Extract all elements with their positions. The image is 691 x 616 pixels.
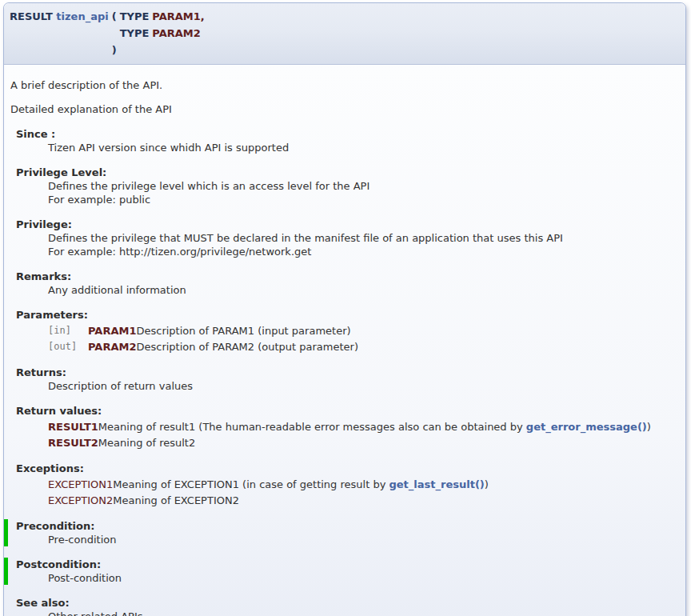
brief-description: A brief description of the API. [10, 78, 679, 92]
param-row: [out] PARAM2 Description of PARAM2 (outp… [48, 338, 358, 354]
section-remarks: Remarks: Any additional information [7, 270, 679, 297]
section-returns: Returns: Description of return values [7, 366, 679, 393]
section-postcondition: Postcondition: Post-condition [4, 558, 679, 585]
return-value-row: RESULT1 Meaning of result1 (The human-re… [48, 418, 651, 434]
section-text: Defines the privilege that MUST be decla… [48, 231, 679, 245]
exception-description: Meaning of EXCEPTION1 (in case of gettin… [113, 476, 489, 492]
section-text: Post-condition [48, 571, 679, 585]
section-title: Since : [16, 127, 679, 141]
section-see-also: See also: Other related APIs [7, 596, 679, 616]
return-values-table: RESULT1 Meaning of result1 (The human-re… [48, 418, 651, 450]
return-value-description: Meaning of result1 (The human-readable e… [98, 418, 651, 434]
return-type: RESULT [10, 10, 53, 22]
section-title: Return values: [16, 404, 679, 418]
param-description: Description of PARAM1 (input parameter) [136, 322, 358, 338]
api-doc-card: RESULT tizen_api ( TYPE PARAM1, TYPE PAR… [3, 2, 686, 616]
section-text: Any additional information [48, 283, 679, 297]
function-prototype: RESULT tizen_api ( TYPE PARAM1, TYPE PAR… [4, 3, 685, 65]
section-text: Other related APIs [48, 610, 679, 616]
doc-body: A brief description of the API. Detailed… [4, 65, 685, 616]
get-error-message-link[interactable]: get_error_message() [526, 421, 647, 433]
return-value-name: RESULT2 [48, 434, 98, 450]
close-paren: ) [110, 42, 118, 58]
section-privilege: Privilege: Defines the privilege that MU… [7, 218, 679, 258]
detailed-description: Detailed explanation of the API [10, 102, 679, 116]
section-title: Privilege Level: [16, 166, 679, 179]
section-title: Privilege: [16, 218, 679, 231]
exception-row: EXCEPTION2 Meaning of EXCEPTION2 [48, 492, 489, 508]
open-paren: ( [110, 8, 118, 25]
param-name: PARAM1 [88, 322, 136, 338]
param-name: PARAM2 [88, 338, 136, 354]
section-privilege-level: Privilege Level: Defines the privilege l… [7, 166, 679, 206]
return-value-name: RESULT1 [48, 418, 98, 434]
exception-row: EXCEPTION1 Meaning of EXCEPTION1 (in cas… [48, 476, 489, 492]
section-title: Remarks: [16, 270, 679, 283]
section-text: For example: http://tizen.org/privilege/… [48, 245, 679, 258]
section-exceptions: Exceptions: EXCEPTION1 Meaning of EXCEPT… [7, 462, 679, 508]
param-description: Description of PARAM2 (output parameter) [136, 338, 358, 354]
exceptions-table: EXCEPTION1 Meaning of EXCEPTION1 (in cas… [48, 476, 489, 508]
exception-name: EXCEPTION1 [48, 476, 113, 492]
param-row: [in] PARAM1 Description of PARAM1 (input… [48, 322, 358, 338]
get-last-result-link[interactable]: get_last_result() [389, 478, 484, 490]
section-title: Parameters: [16, 308, 679, 322]
return-value-row: RESULT2 Meaning of result2 [48, 434, 651, 450]
param-type: TYPE [118, 8, 151, 25]
section-title: Postcondition: [16, 558, 679, 571]
prototype-table: RESULT tizen_api ( TYPE PARAM1, TYPE PAR… [8, 8, 206, 58]
section-title: Exceptions: [16, 462, 679, 475]
section-text: For example: public [48, 193, 679, 206]
param-direction: [out] [48, 338, 88, 354]
section-parameters: Parameters: [in] PARAM1 Description of P… [7, 308, 679, 354]
param-name: PARAM2 [150, 25, 206, 42]
section-title: Precondition: [16, 519, 679, 533]
param-type: TYPE [118, 25, 151, 42]
exception-description: Meaning of EXCEPTION2 [113, 492, 489, 508]
exception-name: EXCEPTION2 [48, 492, 113, 508]
section-precondition: Precondition: Pre-condition [4, 519, 679, 546]
function-name-link[interactable]: tizen_api [56, 10, 108, 22]
parameters-table: [in] PARAM1 Description of PARAM1 (input… [48, 322, 358, 354]
param-direction: [in] [48, 322, 88, 338]
section-since: Since : Tizen API version since whidh AP… [7, 127, 679, 154]
section-return-values: Return values: RESULT1 Meaning of result… [7, 404, 679, 450]
return-value-description: Meaning of result2 [98, 434, 651, 450]
section-text: Defines the privilege level which is an … [48, 179, 679, 193]
param-name: PARAM1, [150, 8, 206, 25]
section-title: Returns: [16, 366, 679, 379]
section-text: Description of return values [48, 379, 679, 393]
section-text: Pre-condition [48, 533, 679, 546]
section-title: See also: [16, 596, 679, 610]
section-text: Tizen API version since whidh API is sup… [48, 141, 679, 154]
